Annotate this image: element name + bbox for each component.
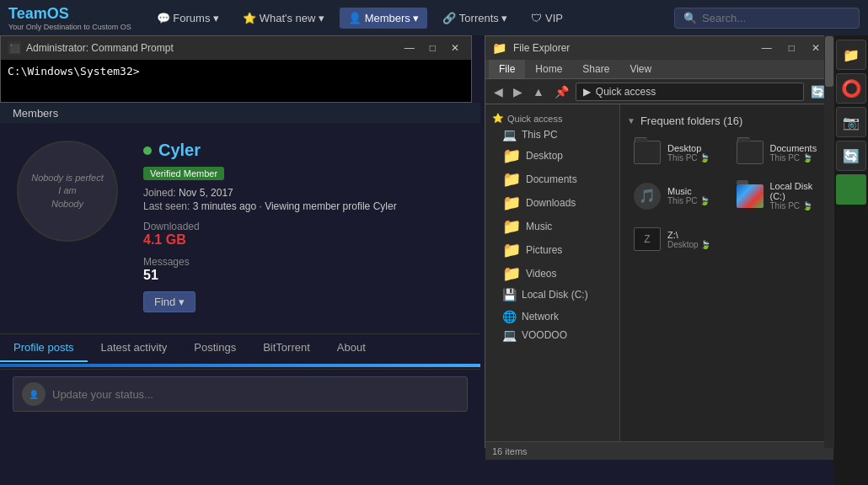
messages-stat: Messages 51 bbox=[143, 256, 463, 283]
nav-forums[interactable]: 💬 Forums ▾ bbox=[148, 8, 228, 29]
nav-members[interactable]: 👤 Members ▾ bbox=[340, 8, 427, 29]
folder-icon: 📁 bbox=[502, 147, 521, 165]
search-input[interactable] bbox=[702, 12, 850, 24]
nav-documents[interactable]: 📁 Documents bbox=[485, 168, 619, 191]
nav-videos[interactable]: 📁 Videos bbox=[485, 262, 619, 285]
fe-minimize[interactable]: — bbox=[755, 40, 779, 56]
folder-sub-local-disk: This PC 🍃 bbox=[770, 201, 821, 211]
fe-pin-btn[interactable]: 📌 bbox=[551, 83, 572, 100]
fe-addressbar: ◀ ▶ ▲ 📌 ▶ Quick access 🔄 bbox=[485, 79, 833, 104]
disk-icon: 💾 bbox=[502, 288, 517, 301]
folder-sub-music: This PC 🍃 bbox=[667, 196, 710, 205]
nav-local-disk[interactable]: 💾 Local Disk (C:) bbox=[485, 285, 619, 304]
dark-folder-icon bbox=[634, 141, 661, 164]
tab-profile-posts[interactable]: Profile posts bbox=[0, 334, 88, 362]
profile-content: Nobody is perfectI amNobody Cyler Verifi… bbox=[0, 124, 480, 329]
cmd-minimize[interactable]: — bbox=[399, 40, 420, 56]
fe-scrollbar[interactable] bbox=[824, 35, 834, 448]
nav-quick-access-header: ⭐ Quick access bbox=[485, 109, 619, 125]
fe-nav-panel: ⭐ Quick access 💻 This PC 📁 Desktop 📁 Doc… bbox=[485, 104, 620, 441]
folder-icon-local-disk bbox=[737, 183, 764, 210]
folder-item-desktop[interactable]: Desktop This PC 🍃 bbox=[627, 134, 725, 171]
folder-item-local-disk[interactable]: Local Disk (C:) This PC 🍃 bbox=[730, 176, 828, 216]
fe-path-separator: ▶ bbox=[583, 86, 591, 98]
fe-path-text: Quick access bbox=[596, 86, 656, 98]
nav-music[interactable]: 📁 Music bbox=[485, 215, 619, 238]
logo-sub: Your Only Destination to Custom OS bbox=[8, 23, 131, 31]
folder-info-music: Music This PC 🍃 bbox=[667, 186, 710, 205]
icon-strip: 📁 ⭕ 📷 🔄 bbox=[834, 35, 868, 485]
cmd-titlebar: ⬛ Administrator: Command Prompt — □ ✕ bbox=[1, 36, 471, 60]
tab-about[interactable]: About bbox=[324, 334, 379, 362]
ribbon-tab-view[interactable]: View bbox=[619, 60, 662, 78]
folder-item-z[interactable]: Z Z:\ Desktop 🍃 bbox=[627, 221, 725, 258]
fe-up-btn[interactable]: ▲ bbox=[529, 83, 548, 100]
tab-bittorrent[interactable]: BitTorrent bbox=[249, 334, 324, 362]
folder-item-music[interactable]: 🎵 Music This PC 🍃 bbox=[627, 176, 725, 216]
cmd-maximize[interactable]: □ bbox=[425, 40, 441, 56]
nav-pictures[interactable]: 📁 Pictures bbox=[485, 238, 619, 262]
tab-postings[interactable]: Postings bbox=[180, 334, 249, 362]
ribbon-tab-file[interactable]: File bbox=[489, 60, 525, 78]
logo: TeamOS Your Only Destination to Custom O… bbox=[8, 5, 131, 31]
voodoo-label: VOODOO bbox=[522, 329, 567, 341]
fe-maximize[interactable]: □ bbox=[782, 40, 801, 56]
strip-icon-refresh[interactable]: 🔄 bbox=[836, 141, 866, 171]
folder-icon: 📁 bbox=[502, 170, 521, 189]
quick-access-label: Quick access bbox=[507, 114, 562, 124]
downloads-label: Downloads bbox=[526, 197, 576, 209]
strip-icon-folder[interactable]: 📁 bbox=[836, 40, 866, 70]
fe-ribbon: File Home Share View bbox=[485, 60, 833, 79]
post-placeholder[interactable]: Update your status... bbox=[52, 388, 153, 401]
folder-icon-desktop bbox=[634, 139, 661, 166]
fe-address-path[interactable]: ▶ Quick access bbox=[576, 83, 804, 101]
nav-vip[interactable]: 🛡 VIP bbox=[522, 8, 571, 29]
fe-forward-btn[interactable]: ▶ bbox=[510, 83, 526, 100]
frequent-folders-grid: Desktop This PC 🍃 Documents This PC 🍃 bbox=[627, 134, 827, 258]
folder-info-documents: Documents This PC 🍃 bbox=[770, 143, 817, 163]
folder-icon-documents bbox=[737, 139, 764, 166]
nav-voodoo[interactable]: 💻 VOODOO bbox=[485, 326, 619, 344]
fe-icon: 📁 bbox=[492, 41, 506, 55]
z-folder-icon: Z bbox=[634, 227, 661, 251]
nav-network[interactable]: 🌐 Network bbox=[485, 307, 619, 326]
nav-this-pc[interactable]: 💻 This PC bbox=[485, 125, 619, 144]
ribbon-tab-share[interactable]: Share bbox=[572, 60, 619, 78]
strip-icon-camera[interactable]: 📷 bbox=[836, 107, 866, 137]
folder-icon-z: Z bbox=[634, 226, 661, 253]
desktop-label: Desktop bbox=[526, 150, 563, 162]
folder-name-z: Z:\ bbox=[667, 230, 710, 240]
folder-item-documents[interactable]: Documents This PC 🍃 bbox=[730, 134, 828, 171]
frequent-folders-label: Frequent folders (16) bbox=[640, 115, 742, 127]
folder-sub-documents: This PC 🍃 bbox=[770, 153, 817, 163]
nav-torrents[interactable]: 🔗 Torrents ▾ bbox=[434, 8, 516, 29]
dark-folder2-icon bbox=[737, 141, 764, 164]
fe-scrollbar-thumb[interactable] bbox=[825, 36, 833, 87]
videos-label: Videos bbox=[526, 268, 556, 280]
post-input-area: 👤 Update your status... bbox=[13, 376, 468, 412]
profile-header-bar: Members bbox=[0, 103, 480, 124]
cmd-body: C:\Windows\System32> bbox=[1, 60, 471, 102]
mini-avatar: 👤 bbox=[22, 382, 46, 406]
fe-back-btn[interactable]: ◀ bbox=[490, 83, 506, 100]
find-button[interactable]: Find ▾ bbox=[143, 291, 196, 312]
header: TeamOS Your Only Destination to Custom O… bbox=[0, 0, 868, 35]
folder-icon: 📁 bbox=[502, 241, 521, 259]
strip-icon-circle[interactable]: ⭕ bbox=[836, 73, 866, 104]
avatar-text: Nobody is perfectI amNobody bbox=[23, 163, 112, 219]
cmd-window: ⬛ Administrator: Command Prompt — □ ✕ C:… bbox=[0, 35, 472, 103]
tab-latest-activity[interactable]: Latest activity bbox=[88, 334, 181, 362]
cmd-close[interactable]: ✕ bbox=[446, 40, 464, 56]
logo-title: TeamOS bbox=[8, 5, 131, 23]
username: Cyler bbox=[158, 141, 201, 160]
nav-whats-new[interactable]: ⭐ What's new ▾ bbox=[234, 8, 333, 29]
folder-name-music: Music bbox=[667, 186, 710, 196]
fe-statusbar: 16 items bbox=[485, 441, 833, 460]
nav-downloads[interactable]: 📁 Downloads bbox=[485, 191, 619, 215]
nav-desktop[interactable]: 📁 Desktop bbox=[485, 144, 619, 168]
nav-section-quickaccess: ⭐ Quick access 💻 This PC 📁 Desktop 📁 Doc… bbox=[485, 108, 619, 306]
this-pc-label: This PC bbox=[522, 129, 558, 141]
folder-icon: 📁 bbox=[502, 217, 521, 236]
ribbon-tab-home[interactable]: Home bbox=[525, 60, 572, 78]
folder-name-desktop: Desktop bbox=[667, 143, 710, 153]
